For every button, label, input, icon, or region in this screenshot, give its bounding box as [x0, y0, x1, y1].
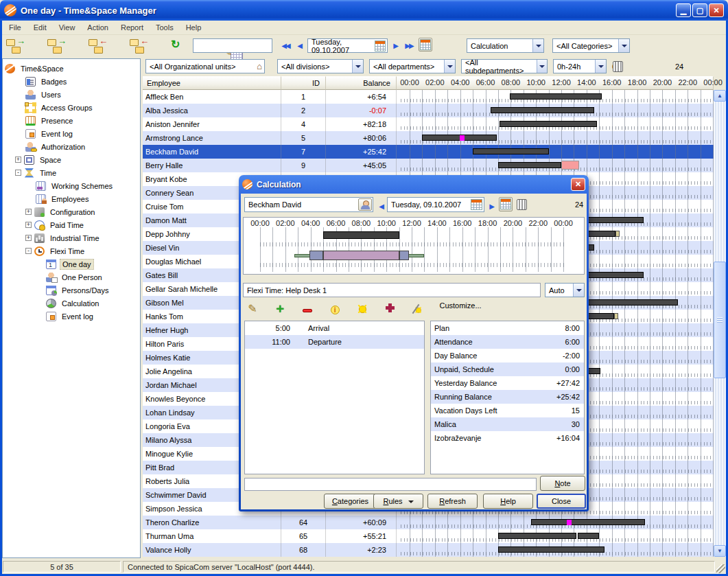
- dialog-next-day-button[interactable]: ▶: [487, 200, 495, 214]
- next-day-button[interactable]: ▶: [391, 39, 399, 53]
- event-row[interactable]: 5:00Arrival: [245, 321, 424, 335]
- expander-icon[interactable]: +: [15, 157, 21, 163]
- chevron-down-icon[interactable]: [618, 39, 629, 52]
- sidebar-item-flexi-time[interactable]: -Flexi Time: [3, 244, 140, 257]
- vertical-scrollbar[interactable]: ▲ ▼: [714, 90, 726, 557]
- org-units-field[interactable]: <All Organizational units> ⌂: [145, 59, 265, 73]
- chevron-down-icon[interactable]: [532, 39, 543, 52]
- dialog-previous-day-button[interactable]: ◀: [377, 200, 385, 214]
- dialog-close-icon[interactable]: ✕: [571, 178, 585, 191]
- sidebar-item-one-person[interactable]: One Person: [3, 270, 140, 284]
- expander-icon[interactable]: -: [15, 170, 21, 176]
- half-day-sun-icon[interactable]: [408, 301, 426, 317]
- first-day-button[interactable]: ◀◀: [279, 39, 292, 53]
- customize-link[interactable]: Customize...: [439, 301, 481, 310]
- column-header-id[interactable]: ID: [281, 76, 326, 90]
- column-header-balance[interactable]: Balance: [326, 76, 397, 90]
- expand-tree-green-icon[interactable]: →: [5, 38, 24, 54]
- chevron-down-icon[interactable]: [444, 60, 455, 73]
- calendar-icon[interactable]: [375, 41, 386, 51]
- categories-button[interactable]: Categories: [324, 494, 377, 509]
- zoom-slider-handle[interactable]: [613, 61, 623, 72]
- minimize-button[interactable]: ▁: [676, 3, 691, 17]
- sidebar-item-one-day[interactable]: One day: [3, 257, 140, 270]
- sidebar-item-time[interactable]: -Time: [3, 166, 140, 179]
- sidebar-item-access-groups[interactable]: Access Groups: [3, 101, 140, 114]
- sidebar-item-space[interactable]: +Space: [3, 153, 140, 166]
- menu-help[interactable]: Help: [180, 21, 208, 34]
- add-event-icon[interactable]: ＋: [271, 300, 289, 316]
- home-icon[interactable]: ⌂: [257, 61, 262, 71]
- dialog-goto-date-button[interactable]: [499, 197, 513, 211]
- sidebar-item-configuration[interactable]: +Configuration: [3, 205, 140, 218]
- sidebar-item-paid-time[interactable]: +Paid Time: [3, 218, 140, 231]
- rules-button[interactable]: Rules: [373, 494, 423, 509]
- sidebar-item-badges[interactable]: Badges: [3, 75, 140, 88]
- dialog-date-field[interactable]: Tuesday, 09.10.2007: [387, 197, 484, 212]
- menu-file[interactable]: File: [3, 21, 27, 34]
- sidebar-item-industrial-time[interactable]: +Industrial Time: [3, 231, 140, 244]
- subdepartments-select[interactable]: <All subdepartments>: [461, 59, 548, 73]
- collapse-branch-red-icon[interactable]: ←: [88, 38, 106, 54]
- categories-select[interactable]: <All Categories>: [552, 38, 630, 53]
- table-row[interactable]: Valance Holly68+2:23: [143, 543, 714, 557]
- table-row[interactable]: Berry Halle9+45:05: [143, 159, 714, 172]
- close-button[interactable]: ✕: [709, 3, 724, 17]
- menu-edit[interactable]: Edit: [27, 21, 53, 34]
- scroll-down-icon[interactable]: ▼: [714, 545, 726, 557]
- chevron-down-icon[interactable]: [573, 284, 584, 297]
- scroll-up-icon[interactable]: ▲: [714, 90, 726, 102]
- departments-select[interactable]: <All departments>: [369, 59, 456, 73]
- info-balloon-icon[interactable]: i: [326, 301, 344, 318]
- menu-action[interactable]: Action: [81, 21, 115, 34]
- medical-cross-icon[interactable]: [381, 299, 399, 316]
- view-select[interactable]: Calculation: [467, 38, 544, 53]
- close-button[interactable]: Close: [537, 494, 586, 509]
- remove-event-icon[interactable]: [298, 302, 316, 319]
- date-field[interactable]: Tuesday, 09.10.2007: [307, 38, 388, 53]
- resize-grip[interactable]: [716, 564, 725, 573]
- zoom-slider-handle[interactable]: [517, 199, 527, 210]
- table-row[interactable]: Beckham David7+25:42: [143, 145, 714, 159]
- menu-view[interactable]: View: [53, 21, 82, 34]
- table-row[interactable]: Aniston Jennifer4+82:18: [143, 117, 714, 131]
- search-input[interactable]: [193, 38, 272, 53]
- chevron-down-icon[interactable]: [537, 60, 548, 73]
- expander-icon[interactable]: +: [25, 209, 32, 215]
- goto-date-button[interactable]: [419, 38, 432, 51]
- previous-day-button[interactable]: ◀: [295, 39, 303, 53]
- table-row[interactable]: Thurman Uma65+55:21: [143, 529, 714, 543]
- sidebar-item-persons-days[interactable]: Persons/Days: [3, 284, 140, 297]
- chevron-down-icon[interactable]: [352, 60, 363, 73]
- expander-icon[interactable]: -: [25, 248, 32, 254]
- help-button[interactable]: Help: [483, 494, 533, 509]
- table-row[interactable]: Affleck Ben1+6:54: [143, 90, 714, 104]
- chevron-down-icon[interactable]: [595, 60, 606, 73]
- event-row[interactable]: 11:00Departure: [245, 335, 424, 349]
- sidebar-item-users[interactable]: Users: [3, 88, 140, 101]
- expander-icon[interactable]: +: [25, 222, 32, 228]
- refresh-button[interactable]: Refresh: [427, 494, 478, 509]
- expander-icon[interactable]: +: [25, 235, 32, 241]
- divisions-select[interactable]: <All divisions>: [277, 59, 364, 73]
- sidebar-item-event-log[interactable]: Event log: [3, 310, 140, 323]
- sidebar-item-presence[interactable]: Presence: [3, 114, 140, 127]
- note-input[interactable]: [244, 478, 537, 491]
- sidebar-item-calculation[interactable]: Calculation: [3, 297, 140, 310]
- sidebar-item-time-space[interactable]: Time&Space: [3, 62, 140, 75]
- scrollbar-thumb[interactable]: [714, 262, 726, 378]
- person-picker-button[interactable]: [358, 198, 372, 211]
- expand-branch-green-icon[interactable]: →: [47, 38, 65, 54]
- time-range-select[interactable]: 0h-24h: [553, 59, 607, 73]
- table-row[interactable]: Alba Jessica2-0:07: [143, 104, 714, 117]
- sidebar-item-event-log[interactable]: Event log: [3, 127, 140, 140]
- dialog-employee-select[interactable]: Beckham David: [244, 197, 373, 212]
- menu-tools[interactable]: Tools: [150, 21, 180, 34]
- refresh-icon[interactable]: ↻: [171, 38, 180, 51]
- edit-event-icon[interactable]: ✎: [244, 300, 261, 316]
- holiday-sun-icon[interactable]: [353, 301, 371, 317]
- collapse-tree-red-icon[interactable]: ←: [129, 38, 148, 54]
- table-row[interactable]: Armstrong Lance5+80:06: [143, 131, 714, 145]
- last-day-button[interactable]: ▶▶: [402, 39, 416, 53]
- maximize-button[interactable]: ▢: [692, 3, 707, 17]
